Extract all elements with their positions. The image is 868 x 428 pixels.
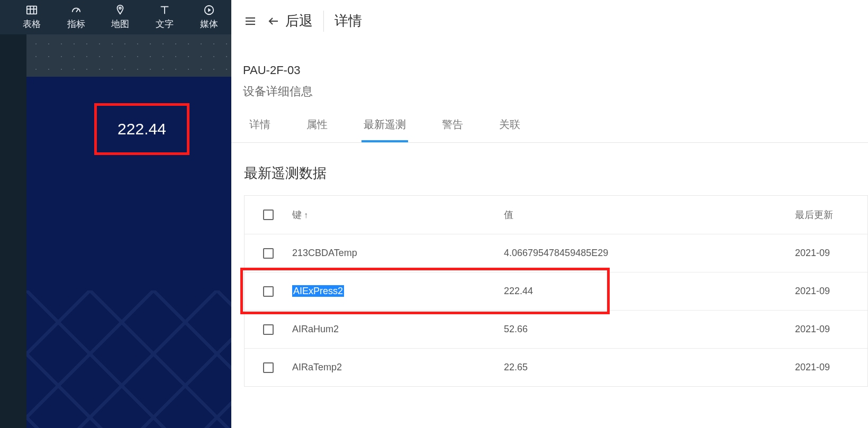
cell-value: 4.066795478459485E29	[504, 248, 795, 259]
tab-alarm[interactable]: 警告	[440, 117, 465, 142]
cell-key: AIRaHum2	[292, 324, 504, 335]
play-icon	[202, 4, 216, 16]
tool-gauge-label: 指标	[67, 19, 85, 29]
tab-relation[interactable]: 关联	[497, 117, 522, 142]
panel-title: 详情	[334, 12, 362, 30]
tool-table-label: 表格	[23, 19, 41, 29]
cell-key: 213CBDATemp	[292, 248, 504, 259]
detail-header: 后退 详情	[231, 0, 868, 42]
section-title: 最新遥测数据	[231, 143, 868, 195]
checkbox[interactable]	[263, 362, 274, 373]
tab-attr[interactable]: 属性	[304, 117, 330, 142]
value-tile-value: 222.44	[117, 120, 166, 138]
sort-up-icon: ↑	[304, 211, 308, 220]
svg-line-4	[76, 9, 78, 12]
col-key-header[interactable]: 键↑	[292, 208, 504, 221]
tool-media[interactable]: 媒体	[187, 4, 231, 30]
detail-panel: 后退 详情 PAU-2F-03 设备详细信息 详情 属性 最新遥测 警告 关联 …	[231, 0, 868, 428]
svg-rect-0	[27, 6, 37, 14]
col-time-header[interactable]: 最后更新	[795, 208, 867, 221]
table-row[interactable]: 213CBDATemp 4.066795478459485E29 2021-09	[245, 234, 867, 272]
cell-key: AIRaTemp2	[292, 362, 504, 373]
checkbox-all[interactable]	[263, 210, 274, 220]
dashboard-canvas[interactable]: 222.44	[26, 77, 231, 428]
cell-value: 22.65	[504, 362, 795, 373]
table-row-highlight[interactable]: AIExPress2 222.44 2021-09	[245, 272, 867, 310]
tab-detail[interactable]: 详情	[247, 117, 273, 142]
checkbox[interactable]	[263, 286, 274, 297]
cell-value: 52.66	[504, 324, 795, 335]
cell-time: 2021-09	[795, 362, 867, 373]
checkbox[interactable]	[263, 248, 274, 259]
table-header-row: 键↑ 值 最后更新	[245, 196, 867, 234]
tool-text[interactable]: 文字	[142, 4, 187, 30]
telemetry-table: 键↑ 值 最后更新 213CBDATemp 4.066795478459485E…	[244, 195, 868, 387]
menu-icon[interactable]	[244, 15, 257, 28]
tool-table[interactable]: 表格	[10, 4, 54, 30]
text-icon	[158, 4, 171, 16]
svg-marker-9	[208, 8, 211, 12]
svg-point-5	[120, 7, 122, 10]
cell-value: 222.44	[504, 286, 795, 297]
tool-text-label: 文字	[156, 19, 174, 29]
cell-key: AIExPress2	[292, 286, 504, 297]
map-pin-icon	[113, 4, 127, 16]
widget-toolbar: 表格 指标 地图 文字 媒体	[0, 0, 231, 34]
table-row[interactable]: AIRaHum2 52.66 2021-09	[245, 310, 867, 348]
tool-gauge[interactable]: 指标	[54, 4, 98, 30]
value-tile-highlight[interactable]: 222.44	[94, 103, 189, 155]
left-side-strip	[0, 0, 26, 428]
table-row[interactable]: AIRaTemp2 22.65 2021-09	[245, 348, 867, 386]
cell-time: 2021-09	[795, 286, 867, 297]
canvas-bg-pattern	[26, 290, 231, 428]
editor-pane: 表格 指标 地图 文字 媒体 222.44	[0, 0, 231, 428]
divider	[323, 11, 324, 32]
device-name: PAU-2F-03	[231, 42, 868, 77]
checkbox[interactable]	[263, 324, 274, 335]
back-arrow-icon	[267, 15, 280, 28]
table-icon	[25, 4, 39, 16]
selected-key-text: AIExPress2	[292, 285, 344, 297]
canvas-grid[interactable]	[26, 34, 231, 77]
cell-time: 2021-09	[795, 324, 867, 335]
back-label: 后退	[285, 12, 313, 30]
tool-media-label: 媒体	[200, 19, 218, 29]
gauge-icon	[69, 4, 83, 16]
device-sub: 设备详细信息	[231, 77, 868, 117]
tab-telemetry[interactable]: 最新遥测	[361, 117, 408, 142]
col-value-header[interactable]: 值	[504, 208, 795, 221]
cell-time: 2021-09	[795, 248, 867, 259]
tool-map[interactable]: 地图	[98, 4, 143, 30]
detail-tabs: 详情 属性 最新遥测 警告 关联	[231, 117, 868, 143]
tool-map-label: 地图	[111, 19, 129, 29]
back-button[interactable]: 后退	[267, 12, 313, 30]
